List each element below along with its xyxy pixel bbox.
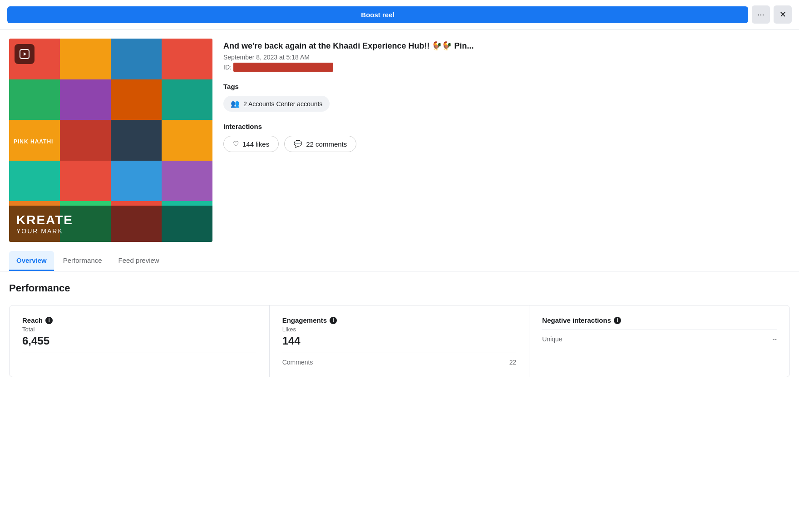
close-button[interactable]: ✕: [774, 5, 792, 24]
engagements-info-icon[interactable]: i: [330, 317, 337, 324]
reach-info-icon[interactable]: i: [45, 317, 53, 324]
tags-section: Tags 👥 2 Accounts Center accounts: [223, 83, 790, 112]
comments-sub-value: 22: [509, 359, 517, 366]
tab-overview[interactable]: Overview: [9, 251, 54, 271]
more-options-button[interactable]: ···: [752, 5, 770, 24]
kreate-line1: KREATE: [16, 213, 205, 227]
post-id-row: ID:: [223, 63, 790, 72]
content-area: PINK HAATHI KREATE YOUR MARK And we're b…: [0, 30, 799, 242]
tabs-section: Overview Performance Feed preview: [0, 251, 799, 271]
unique-sub-label: Unique: [542, 335, 562, 343]
metric-negative: Negative interactions i Unique --: [529, 305, 789, 377]
unique-sub-row: Unique --: [542, 335, 777, 343]
reel-icon: [19, 49, 30, 59]
tag-chip-label: 2 Accounts Center accounts: [243, 100, 322, 108]
close-icon: ✕: [779, 10, 786, 20]
reel-badge: [15, 44, 35, 64]
interaction-buttons: ♡ 144 likes 💬 22 comments: [223, 136, 790, 152]
comment-icon: 💬: [294, 140, 302, 148]
engagements-value: 144: [282, 335, 517, 347]
negative-header: Negative interactions i: [542, 316, 777, 324]
kreate-line2: YOUR MARK: [16, 227, 205, 235]
reach-header: Reach i: [22, 316, 256, 324]
modal-container: Boost reel ··· ✕: [0, 0, 799, 532]
interactions-section: Interactions ♡ 144 likes 💬 22 comments: [223, 123, 790, 152]
likes-button[interactable]: ♡ 144 likes: [223, 136, 279, 152]
engagements-divider: [282, 353, 517, 353]
boost-reel-button[interactable]: Boost reel: [7, 6, 748, 23]
unique-sub-value: --: [773, 335, 777, 343]
kreate-overlay: KREATE YOUR MARK: [9, 206, 212, 242]
more-dots-icon: ···: [757, 10, 764, 20]
metric-reach: Reach i Total 6,455: [10, 305, 270, 377]
metric-engagements: Engagements i Likes 144 Comments 22: [270, 305, 530, 377]
post-thumbnail: PINK HAATHI KREATE YOUR MARK: [9, 39, 212, 242]
negative-label: Negative interactions: [542, 316, 611, 324]
engagements-sublabel: Likes: [282, 326, 517, 333]
id-redacted-bar: [233, 63, 333, 72]
boost-bar: Boost reel ··· ✕: [0, 0, 799, 30]
post-title: And we're back again at the Khaadi Exper…: [223, 40, 790, 52]
post-date: September 8, 2023 at 5:18 AM: [223, 54, 790, 61]
accounts-center-tag[interactable]: 👥 2 Accounts Center accounts: [223, 96, 330, 112]
thumbnail-image: PINK HAATHI KREATE YOUR MARK: [9, 39, 212, 242]
id-label: ID:: [223, 64, 232, 71]
reach-value: 6,455: [22, 335, 256, 347]
tab-feed-preview[interactable]: Feed preview: [111, 251, 167, 271]
performance-title: Performance: [9, 282, 790, 294]
reach-divider: [22, 353, 256, 353]
comments-sub-label: Comments: [282, 359, 313, 366]
accounts-icon: 👥: [231, 99, 240, 108]
reach-label: Reach: [22, 316, 43, 324]
tab-performance[interactable]: Performance: [56, 251, 109, 271]
post-info: And we're back again at the Khaadi Exper…: [223, 39, 790, 242]
comments-label: 22 comments: [306, 140, 347, 148]
comments-sub-row: Comments 22: [282, 359, 517, 366]
comments-button[interactable]: 💬 22 comments: [284, 136, 356, 152]
engagements-label: Engagements: [282, 316, 327, 324]
brand-label: PINK HAATHI: [14, 138, 53, 145]
engagements-header: Engagements i: [282, 316, 517, 324]
likes-label: 144 likes: [242, 140, 269, 148]
negative-info-icon[interactable]: i: [614, 317, 621, 324]
negative-divider: [542, 330, 777, 330]
metrics-grid: Reach i Total 6,455 Engagements i Likes …: [9, 305, 790, 377]
tags-section-label: Tags: [223, 83, 790, 90]
reach-sublabel: Total: [22, 326, 256, 333]
performance-section: Performance Reach i Total 6,455 Engageme…: [0, 271, 799, 388]
heart-icon: ♡: [233, 140, 239, 148]
interactions-section-label: Interactions: [223, 123, 790, 130]
